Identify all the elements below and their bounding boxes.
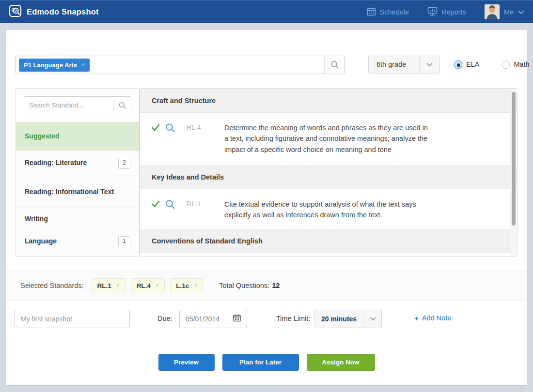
selected-standards-label: Selected Standards: (20, 282, 84, 289)
subject-radio-math[interactable]: Math (502, 60, 529, 69)
standard-row-rl1: RL.1 Cite textual evidence to support an… (140, 189, 517, 229)
sidebar-item-language[interactable]: Language 1 (16, 230, 139, 253)
chevron-down-icon (518, 8, 524, 16)
section-header-key-ideas: Key Ideas and Details (140, 165, 517, 189)
remove-tag-icon[interactable]: × (81, 61, 85, 68)
selected-chip-rl4[interactable]: RL.4 × (131, 278, 165, 293)
due-date-picker[interactable]: 05/01/2014 (179, 310, 247, 328)
standard-code: RL.1 (187, 199, 224, 229)
nav-me-label: Me (504, 8, 514, 16)
nav-reports-label: Reports (441, 8, 466, 16)
scrollbar-track[interactable] (510, 89, 517, 256)
search-icon[interactable] (113, 100, 131, 111)
class-tag-chip[interactable]: P1 Language Arts × (19, 59, 90, 72)
count-badge: 1 (118, 236, 130, 247)
scrollbar-thumb[interactable] (512, 92, 516, 226)
grade-dropdown[interactable]: 6th grade (368, 55, 440, 74)
nav-schedule-label: Schedule (380, 8, 409, 16)
search-icon[interactable] (324, 56, 345, 74)
top-navbar: Edmodo Snapshot Schedule Reports (0, 0, 533, 23)
remove-chip-icon[interactable]: × (194, 282, 197, 289)
nav-schedule[interactable]: Schedule (367, 7, 409, 17)
sidebar-clipped-row (16, 253, 139, 256)
chevron-down-icon (419, 55, 439, 74)
time-limit-label: Time Limit: (276, 315, 310, 322)
plus-icon: + (414, 314, 419, 322)
app-title: Edmodo Snapshot (27, 7, 99, 16)
search-standard-input[interactable] (24, 102, 113, 109)
reports-chart-icon (427, 7, 438, 17)
brand[interactable]: Edmodo Snapshot (9, 4, 99, 19)
preview-magnifier-icon[interactable] (165, 122, 187, 165)
time-limit-dropdown[interactable]: 20 minutes (314, 310, 382, 328)
standards-sidebar: Suggested Reading: Literature 2 Reading:… (16, 88, 140, 256)
total-questions: Total Questions:12 (219, 282, 280, 289)
add-note-link[interactable]: + Add Note (414, 314, 451, 322)
standards-search-bar[interactable]: P1 Language Arts × (16, 56, 345, 74)
preview-magnifier-icon[interactable] (165, 199, 187, 229)
standard-code: RL.4 (187, 122, 224, 165)
standards-list-panel: Craft and Structure RL.4 Determine the m… (140, 88, 517, 256)
radio-selected-icon (454, 60, 462, 69)
standard-progress-bars (434, 199, 506, 229)
chevron-down-icon (364, 310, 381, 328)
sidebar-item-suggested[interactable]: Suggested (16, 122, 139, 151)
time-limit-value: 20 minutes (314, 310, 364, 328)
remove-chip-icon[interactable]: × (156, 282, 159, 289)
selected-chip-l1c[interactable]: L.1c × (170, 278, 203, 293)
check-icon (152, 199, 165, 229)
calendar-icon (367, 7, 376, 17)
sidebar-item-reading-informational[interactable]: Reading: Informational Text (16, 176, 139, 208)
remove-chip-icon[interactable]: × (116, 282, 120, 289)
selected-standards-bar: Selected Standards: RL.1 × RL.4 × L.1c ×… (6, 270, 527, 301)
subject-radio-ela[interactable]: ELA (454, 60, 479, 69)
due-date-value: 05/01/2014 (186, 315, 233, 323)
standard-description: Determine the meaning of words and phras… (224, 122, 434, 165)
section-header-conventions: Conventions of Standard English (140, 229, 517, 253)
sidebar-item-reading-literature[interactable]: Reading: Literature 2 (16, 151, 139, 176)
preview-button[interactable]: Preview (158, 354, 215, 371)
standard-progress-bars (434, 122, 506, 165)
snapshot-builder-card: P1 Language Arts × 6th grade ELA (6, 30, 527, 385)
section-header-craft-structure: Craft and Structure (140, 89, 517, 113)
due-label: Due: (157, 315, 172, 322)
user-avatar (485, 4, 500, 19)
class-tag-label: P1 Language Arts (24, 61, 77, 69)
standard-description: Cite textual evidence to support analysi… (224, 199, 434, 229)
add-note-label: Add Note (422, 314, 451, 322)
plan-for-later-button[interactable]: Plan for Later (222, 354, 299, 371)
nav-reports[interactable]: Reports (427, 7, 466, 17)
grade-dropdown-value: 6th grade (369, 55, 419, 74)
total-questions-value: 12 (272, 282, 280, 289)
radio-unselected-icon (502, 60, 510, 69)
nav-me-menu[interactable]: Me (485, 4, 524, 19)
assign-now-button[interactable]: Assign Now (307, 354, 375, 371)
sidebar-item-writing[interactable]: Writing (16, 208, 139, 230)
snapshot-name-input[interactable] (15, 310, 130, 328)
standard-row-rl4: RL.4 Determine the meaning of words and … (140, 113, 517, 165)
selected-chip-rl1[interactable]: RL.1 × (92, 278, 125, 293)
count-badge: 2 (118, 158, 130, 169)
calendar-icon (233, 314, 241, 324)
edmodo-snapshot-logo-icon (9, 4, 22, 19)
check-icon (152, 122, 165, 165)
